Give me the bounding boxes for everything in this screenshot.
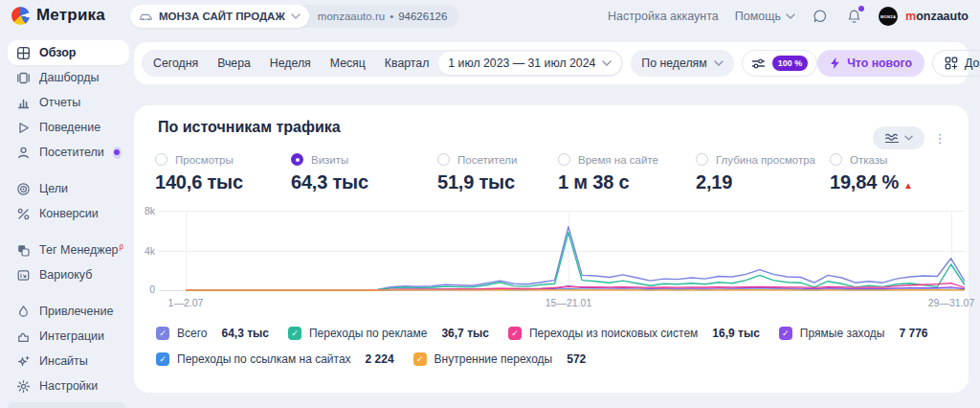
- add-widget-icon: [945, 57, 958, 70]
- whats-new-label: Что нового: [847, 57, 912, 70]
- add-label: Добавить: [965, 57, 980, 70]
- metrika-logo[interactable]: Метрика: [11, 6, 105, 25]
- metric-depth[interactable]: Глубина просмотра 2,19: [696, 153, 815, 193]
- chevron-down-icon: [602, 60, 612, 66]
- visitors-icon: [15, 146, 31, 160]
- sidebar-item-variocube[interactable]: Вариокуб: [8, 262, 129, 287]
- chevron-down-icon: [786, 13, 795, 19]
- metric-value: 51,9 тыс: [437, 171, 517, 193]
- chart-style-dropdown[interactable]: [873, 126, 924, 149]
- date-range-value: 1 июл 2023 — 31 июл 2024: [448, 57, 595, 70]
- legend-item-direct-traffic[interactable]: Прямые заходы 7 776: [779, 327, 928, 340]
- sidebar: Обзор Дашборды Отчеты Поведение Посетите…: [8, 40, 129, 398]
- notification-dot: [858, 6, 864, 11]
- metric-radio-3[interactable]: [558, 153, 570, 166]
- add-button[interactable]: Добавить: [932, 50, 980, 77]
- legend-item-ad-traffic[interactable]: Переходы по рекламе 36,7 тыс: [288, 327, 489, 340]
- sidebar-collapsed-pill[interactable]: [8, 402, 126, 408]
- behavior-icon: [15, 121, 31, 135]
- chevron-down-icon: [904, 135, 913, 141]
- whats-new-button[interactable]: Что нового: [817, 50, 924, 77]
- traffic-chart-lines[interactable]: [186, 208, 965, 294]
- y-tick-0: 0: [134, 283, 155, 295]
- account-settings-link[interactable]: Настройка аккаунта: [608, 10, 719, 23]
- metric-radio-1[interactable]: [291, 153, 303, 166]
- custom-date-range[interactable]: 1 июл 2023 — 31 июл 2024: [438, 52, 621, 75]
- sidebar-item-attraction[interactable]: Привлечение: [8, 299, 129, 324]
- series-line-1: [186, 233, 965, 290]
- sidebar-item-conversions[interactable]: Конверсии: [8, 201, 129, 226]
- legend-checkbox[interactable]: [156, 352, 169, 366]
- y-tick-4k: 4k: [134, 245, 155, 257]
- sidebar-item-insights[interactable]: Инсайты: [8, 349, 129, 374]
- metric-radio-4[interactable]: [696, 153, 708, 166]
- metric-value: 19,84 %▲: [830, 171, 913, 193]
- toolbar: Сегодня Вчера Неделя Месяц Квартал 1 июл…: [134, 42, 969, 84]
- legend-item-internal-traffic[interactable]: Внутренние переходы 572: [413, 352, 587, 366]
- help-menu[interactable]: Помощь: [735, 10, 795, 23]
- range-today[interactable]: Сегодня: [144, 57, 208, 70]
- notifications-button[interactable]: [845, 8, 862, 25]
- metrika-logo-text: Метрика: [36, 6, 105, 25]
- dashboards-icon: [15, 71, 31, 85]
- sidebar-item-reports[interactable]: Отчеты: [8, 90, 129, 115]
- sidebar-item-dashboards[interactable]: Дашборды: [8, 65, 129, 90]
- avatar[interactable]: MONZA: [879, 7, 898, 26]
- legend-checkbox[interactable]: [156, 327, 169, 340]
- metric-radio-0[interactable]: [155, 153, 167, 166]
- sidebar-item-tag-manager[interactable]: Тег Менеджерβ: [8, 238, 129, 262]
- metric-visits[interactable]: Визиты 64,3 тыс: [291, 153, 368, 193]
- counter-dropdown[interactable]: МОНЗА САЙТ ПРОДАЖ: [130, 5, 309, 28]
- line-chart-style-icon: [884, 132, 900, 145]
- legend-item-search-traffic[interactable]: Переходы из поисковых систем 16,9 тыс: [508, 327, 760, 340]
- legend-checkbox[interactable]: [413, 352, 427, 366]
- metric-radio-2[interactable]: [437, 153, 450, 166]
- tag-manager-icon: [15, 243, 31, 258]
- lightning-icon: [830, 57, 840, 70]
- top-header: Метрика МОНЗА САЙТ ПРОДАЖ monzaauto.ru •…: [0, 0, 980, 33]
- goals-icon: [15, 182, 31, 196]
- counter-selector: МОНЗА САЙТ ПРОДАЖ monzaauto.ru • 9462612…: [130, 5, 458, 28]
- metric-value: 140,6 тыс: [155, 171, 243, 193]
- range-quarter[interactable]: Квартал: [375, 57, 438, 70]
- legend-checkbox[interactable]: [288, 327, 301, 340]
- help-label: Помощь: [735, 10, 781, 23]
- counter-domain[interactable]: monzaauto.ru: [318, 11, 385, 22]
- x-tick-2: 15—21.01: [546, 297, 591, 308]
- counter-name: МОНЗА САЙТ ПРОДАЖ: [159, 11, 285, 22]
- sidebar-item-goals[interactable]: Цели: [8, 176, 129, 201]
- car-icon: [139, 12, 153, 21]
- chat-button[interactable]: [812, 8, 829, 25]
- granularity-dropdown[interactable]: По неделям: [631, 50, 733, 77]
- sidebar-item-label: Интеграции: [39, 329, 104, 343]
- sidebar-item-label: Дашборды: [39, 71, 100, 84]
- overview-icon: [15, 46, 31, 60]
- chat-icon: [813, 9, 828, 24]
- range-week[interactable]: Неделя: [260, 57, 321, 70]
- sidebar-item-settings[interactable]: Настройки: [8, 374, 129, 398]
- legend-checkbox[interactable]: [508, 327, 522, 340]
- range-yesterday[interactable]: Вчера: [208, 57, 260, 70]
- metric-bounce-rate[interactable]: Отказы 19,84 %▲: [830, 153, 913, 193]
- username[interactable]: monzaauto: [905, 10, 969, 23]
- sidebar-item-integrations[interactable]: Интеграции: [8, 324, 129, 349]
- sidebar-item-overview[interactable]: Обзор: [8, 40, 129, 65]
- metric-value: 1 м 38 с: [558, 171, 658, 193]
- metric-pageviews[interactable]: Просмотры 140,6 тыс: [155, 153, 243, 193]
- card-more-button[interactable]: ⋮: [932, 126, 947, 149]
- card-title: По источникам трафика: [158, 119, 341, 136]
- sidebar-item-label: Конверсии: [39, 207, 99, 220]
- sidebar-item-visitors[interactable]: Посетители: [8, 140, 129, 165]
- metric-time-on-site[interactable]: Время на сайте 1 м 38 с: [558, 153, 658, 193]
- legend-item-total[interactable]: Всего 64,3 тыс: [156, 327, 269, 340]
- metric-radio-5[interactable]: [830, 153, 842, 166]
- metric-visitors[interactable]: Посетители 51,9 тыс: [437, 153, 517, 193]
- sidebar-item-behavior[interactable]: Поведение: [8, 115, 129, 140]
- legend-item-link-traffic[interactable]: Переходы по ссылкам на сайтах 2 224: [156, 352, 394, 366]
- counter-meta: monzaauto.ru • 94626126: [318, 11, 448, 22]
- range-month[interactable]: Месяц: [321, 57, 375, 70]
- sampling-control[interactable]: 100 %: [742, 50, 818, 77]
- sidebar-item-label: Отчеты: [39, 96, 80, 109]
- legend-checkbox[interactable]: [779, 327, 792, 340]
- beta-badge: β: [120, 242, 124, 251]
